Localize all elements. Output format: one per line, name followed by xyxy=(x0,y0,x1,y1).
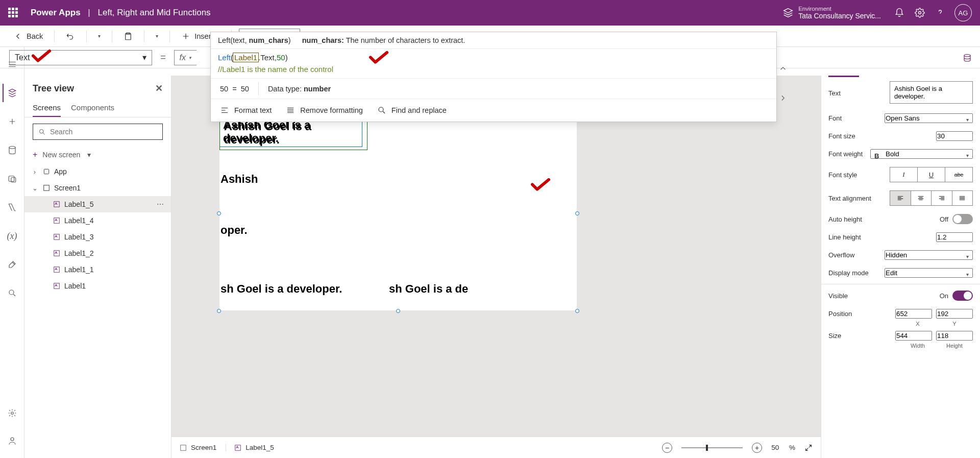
insert-rail-icon[interactable] xyxy=(3,112,21,131)
tree-search-input[interactable] xyxy=(33,124,163,140)
align-justify-button[interactable] xyxy=(952,190,973,206)
strikethrough-button[interactable]: abc xyxy=(945,167,973,182)
settings-icon[interactable] xyxy=(910,3,930,23)
formula-result: 50 = 50 xyxy=(211,85,258,93)
canvas-area[interactable]: Ashish Goel is a developer. Ashish Ashis… xyxy=(172,76,821,437)
align-center-button[interactable] xyxy=(911,190,932,206)
canvas-label[interactable]: sh Goel is a developer. xyxy=(220,282,342,296)
align-left-button[interactable] xyxy=(890,190,911,206)
tree-node-label[interactable]: Label1_2 xyxy=(24,245,171,261)
close-tree-icon[interactable]: ✕ xyxy=(155,83,163,94)
undo-dropdown[interactable]: ▾ xyxy=(94,28,105,44)
prop-weight-select[interactable] xyxy=(870,149,973,159)
formula-intellisense: Left(text, num_chars) num_chars: The num… xyxy=(210,32,777,122)
tree-node-label[interactable]: Label1_5 ⋯ xyxy=(24,196,171,212)
prop-displaymode-label: Display mode xyxy=(828,269,879,277)
resize-handle[interactable] xyxy=(217,309,221,313)
tree-node-label[interactable]: Label1_1 xyxy=(24,261,171,278)
remove-formatting-button[interactable]: Remove formatting xyxy=(286,106,363,115)
settings-rail-icon[interactable] xyxy=(3,404,21,422)
resize-handle[interactable] xyxy=(396,309,400,313)
environment-picker[interactable]: Environment Tata Consultancy Servic... xyxy=(783,6,881,20)
format-text-button[interactable]: Format text xyxy=(220,106,272,115)
zoom-in-button[interactable]: + xyxy=(752,443,762,453)
prop-lineheight-label: Line height xyxy=(828,233,885,241)
prop-size-h-input[interactable] xyxy=(936,331,973,341)
prop-overflow-label: Overflow xyxy=(828,251,879,259)
italic-button[interactable]: I xyxy=(890,167,918,182)
tree-node-more-icon[interactable]: ⋯ xyxy=(157,200,165,208)
tree-node-label[interactable]: Label1_3 xyxy=(24,229,171,245)
formula-code[interactable]: Left(Label1.Text,50) //Label1 is the nam… xyxy=(211,49,776,79)
svg-rect-6 xyxy=(9,176,14,182)
prop-text-input[interactable] xyxy=(890,81,973,104)
fit-screen-button[interactable] xyxy=(804,444,813,452)
prop-size-w-input[interactable] xyxy=(895,331,932,341)
waffle-icon[interactable] xyxy=(8,8,18,18)
tools-rail-icon[interactable] xyxy=(3,255,21,274)
paste-dropdown[interactable]: ▾ xyxy=(152,28,162,44)
svg-rect-16 xyxy=(54,234,60,240)
breadcrumb-screen[interactable]: Screen1 xyxy=(180,444,216,451)
prop-autoheight-label: Auto height xyxy=(828,215,862,223)
app-title: Power Apps | Left, Right and Mid Functio… xyxy=(31,8,211,18)
flows-rail-icon[interactable] xyxy=(3,198,21,216)
tree-node-app[interactable]: › App xyxy=(24,163,171,180)
search-rail-icon[interactable] xyxy=(3,284,21,302)
align-right-button[interactable] xyxy=(931,190,952,206)
resize-handle[interactable] xyxy=(575,309,579,313)
prop-text-label: Text xyxy=(828,89,885,97)
prop-displaymode-select[interactable] xyxy=(885,268,973,278)
prop-align-label: Text alignment xyxy=(828,195,885,202)
canvas-label[interactable]: oper. xyxy=(220,224,248,237)
autoheight-toggle[interactable] xyxy=(952,214,973,224)
find-replace-button[interactable]: Find and replace xyxy=(377,106,447,115)
tree-view-icon[interactable] xyxy=(3,84,21,102)
underline-button[interactable]: U xyxy=(917,167,945,182)
next-result-icon[interactable] xyxy=(777,92,789,104)
paste-button[interactable] xyxy=(119,28,137,44)
svg-rect-18 xyxy=(54,267,60,273)
app-name: Power Apps xyxy=(31,8,81,17)
canvas-label[interactable]: Ashish xyxy=(220,173,258,186)
breadcrumb-control[interactable]: Label1_5 xyxy=(226,444,274,451)
prop-fontsize-input[interactable] xyxy=(936,131,973,141)
notifications-icon[interactable] xyxy=(889,3,910,23)
tree-view-title: Tree view xyxy=(33,83,74,94)
virtual-agent-icon[interactable] xyxy=(3,431,21,450)
undo-button[interactable] xyxy=(62,28,79,44)
zoom-out-button[interactable]: − xyxy=(662,443,672,453)
tree-node-screen1[interactable]: ⌄ Screen1 xyxy=(24,180,171,196)
svg-rect-21 xyxy=(235,445,241,450)
formula-signature: Left(text, num_chars) num_chars: The num… xyxy=(211,32,776,49)
help-icon[interactable] xyxy=(930,3,950,23)
prop-position-y-input[interactable] xyxy=(936,309,973,319)
user-avatar[interactable]: AG xyxy=(954,4,972,21)
tree-node-label[interactable]: Label1_4 xyxy=(24,212,171,229)
prop-lineheight-input[interactable] xyxy=(936,232,973,242)
back-button[interactable]: Back xyxy=(9,28,47,44)
variables-rail-icon[interactable]: (x) xyxy=(3,227,21,245)
svg-point-11 xyxy=(40,129,44,133)
zoom-slider[interactable] xyxy=(681,447,743,448)
visible-toggle[interactable] xyxy=(952,291,973,301)
tab-components[interactable]: Components xyxy=(71,101,114,117)
tab-screens[interactable]: Screens xyxy=(33,101,61,117)
media-rail-icon[interactable] xyxy=(3,170,21,188)
expand-formula-icon[interactable] xyxy=(777,63,789,74)
prop-fontsize-label: Font size xyxy=(828,132,885,140)
prop-overflow-select[interactable] xyxy=(885,250,973,260)
zoom-value: 50 % xyxy=(771,444,795,451)
resize-handle[interactable] xyxy=(217,211,221,215)
canvas-label[interactable]: sh Goel is a de xyxy=(389,282,468,296)
annotation-checkmark-icon xyxy=(369,51,388,65)
resize-handle[interactable] xyxy=(575,211,579,215)
tree-node-label[interactable]: Label1 xyxy=(24,278,171,294)
data-rail-icon[interactable] xyxy=(3,141,21,159)
new-screen-button[interactable]: + New screen ▾ xyxy=(24,146,171,163)
formula-datatype: Data type: number xyxy=(259,85,340,93)
property-selector[interactable]: Text ▾ xyxy=(9,50,152,65)
prop-position-x-input[interactable] xyxy=(895,309,932,319)
prop-font-select[interactable] xyxy=(885,113,973,123)
fx-button[interactable]: fx▾ xyxy=(174,50,197,65)
